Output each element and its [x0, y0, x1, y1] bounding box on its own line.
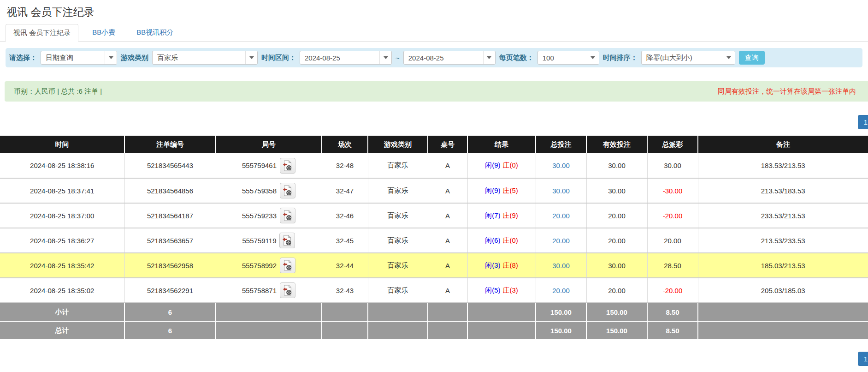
cell-round: 555759461	[216, 153, 322, 178]
cell-round: 555758992	[216, 253, 322, 278]
page-size-value: 100	[538, 51, 587, 64]
tab-betting-records[interactable]: 视讯 会员下注纪录	[6, 24, 78, 42]
grand-total-row-cell-5	[428, 321, 467, 340]
cell-session: 32-44	[322, 253, 368, 278]
film-document-icon	[283, 185, 293, 196]
cell-game-type: 百家乐	[368, 153, 428, 178]
subtotal-row-cell-8: 150.00	[586, 303, 647, 321]
result-banker: 庄(5)	[503, 186, 518, 194]
total-bet-link[interactable]: 20.00	[552, 237, 570, 245]
cell-note: 185.03/213.53	[698, 253, 868, 278]
video-replay-button[interactable]	[280, 258, 295, 273]
cell-valid-bet: 30.00	[586, 153, 647, 178]
total-bet-link[interactable]: 20.00	[552, 212, 570, 220]
subtotal-row-cell-4	[368, 303, 428, 321]
round-number: 555759119	[242, 237, 277, 245]
filter-bar: 请选择： 日期查询 游戏类别 百家乐 时间区间： 2024-08-25 ~ 20…	[6, 48, 862, 67]
table-header-row: 时间注单编号局号场次游戏类别桌号结果总投注有效投注总派彩备注	[0, 136, 868, 153]
table-body: 2024-08-25 18:38:16 521834565443 5557594…	[0, 153, 868, 303]
subtotal-row-cell-10	[698, 303, 868, 321]
video-replay-button[interactable]	[280, 208, 295, 223]
tab-bb-video-points[interactable]: BB视讯积分	[129, 24, 181, 42]
page-size-label: 每页笔数：	[499, 54, 534, 62]
total-bet-link[interactable]: 20.00	[552, 287, 570, 294]
query-type-dropdown-button[interactable]	[105, 51, 117, 64]
cell-game-type: 百家乐	[368, 203, 428, 228]
page-title: 视讯 会员下注纪录	[0, 0, 868, 18]
cell-table-number: A	[428, 253, 467, 278]
cell-game-type: 百家乐	[368, 178, 428, 203]
round-number: 555758871	[242, 287, 277, 294]
sort-order-dropdown-button[interactable]	[723, 51, 735, 64]
cell-result: 闲(6)庄(0)	[467, 228, 536, 253]
cell-table-number: A	[428, 203, 467, 228]
cell-bet-id: 521834563657	[124, 228, 216, 253]
film-document-icon	[283, 260, 293, 271]
total-bet-link[interactable]: 30.00	[552, 187, 570, 195]
game-type-dropdown-button[interactable]	[245, 51, 257, 64]
video-replay-button[interactable]	[280, 183, 295, 198]
page-size-select[interactable]: 100	[537, 51, 599, 65]
date-to-dropdown-button[interactable]	[483, 51, 495, 64]
currency-total-text: 币别：人民币 | 总共 :6 注单 |	[14, 87, 102, 96]
video-replay-button[interactable]	[279, 233, 295, 248]
cell-round: 555759233	[216, 203, 322, 228]
query-type-select[interactable]: 日期查询	[41, 51, 117, 65]
cell-total-bet: 30.00	[536, 178, 586, 203]
pagination-page-1[interactable]: 1	[858, 352, 868, 366]
cell-round: 555758871	[216, 278, 322, 303]
video-replay-button[interactable]	[280, 282, 295, 298]
column-header-7: 总投注	[536, 136, 586, 153]
sort-order-select[interactable]: 降幂(由大到小)	[641, 51, 735, 65]
column-header-10: 备注	[698, 136, 868, 153]
result-banker: 庄(0)	[503, 236, 518, 244]
time-range-label: 时间区间：	[261, 54, 296, 62]
subtotal-row-cell-2	[216, 303, 322, 321]
tab-bb-tips[interactable]: BB小费	[85, 24, 123, 42]
cell-round: 555759119	[216, 228, 322, 253]
round-number: 555759233	[242, 212, 277, 220]
cell-result: 闲(9)庄(0)	[467, 153, 536, 178]
grand-total-row-cell-7: 150.00	[536, 321, 586, 340]
summary-info-bar: 币别：人民币 | 总共 :6 注单 | 同局有效投注，统一计算在该局第一张注单内	[5, 81, 868, 102]
cell-game-type: 百家乐	[368, 228, 428, 253]
chevron-down-icon	[726, 56, 731, 59]
search-button[interactable]: 查询	[739, 51, 765, 65]
game-type-select[interactable]: 百家乐	[152, 51, 258, 65]
pagination-page-1[interactable]: 1	[858, 115, 868, 129]
round-number: 555759461	[242, 162, 277, 169]
cell-note: 213.53/183.53	[698, 178, 868, 203]
result-banker: 庄(3)	[503, 286, 518, 294]
date-range-tilde: ~	[396, 54, 400, 62]
cell-session: 32-48	[322, 153, 368, 178]
column-header-4: 游戏类别	[368, 136, 428, 153]
total-bet-link[interactable]: 30.00	[552, 262, 570, 270]
result-banker: 庄(9)	[503, 211, 518, 219]
column-header-5: 桌号	[428, 136, 467, 153]
column-header-8: 有效投注	[586, 136, 647, 153]
date-from-dropdown-button[interactable]	[379, 51, 391, 64]
cell-session: 32-45	[322, 228, 368, 253]
cell-bet-id: 521834564856	[124, 178, 216, 203]
cell-table-number: A	[428, 178, 467, 203]
subtotal-row-cell-9: 8.50	[647, 303, 698, 321]
chevron-down-icon	[487, 56, 491, 59]
cell-payout: 30.00	[647, 153, 698, 178]
cell-bet-id: 521834562291	[124, 278, 216, 303]
cell-valid-bet: 20.00	[586, 278, 647, 303]
total-bet-link[interactable]: 30.00	[552, 162, 570, 169]
result-player: 闲(5)	[485, 286, 500, 294]
cell-payout: -20.00	[647, 278, 698, 303]
grand-total-row: 总计6150.00150.008.50	[0, 321, 868, 340]
round-number: 555759358	[242, 187, 277, 195]
table-row: 2024-08-25 18:38:16 521834565443 5557594…	[0, 153, 868, 178]
cell-valid-bet: 20.00	[586, 228, 647, 253]
date-from-select[interactable]: 2024-08-25	[300, 51, 392, 65]
page-size-dropdown-button[interactable]	[587, 51, 599, 64]
game-type-label: 游戏类别	[121, 54, 148, 62]
cell-payout: 28.50	[647, 253, 698, 278]
date-to-select[interactable]: 2024-08-25	[403, 51, 496, 65]
cell-payout: -20.00	[647, 203, 698, 228]
video-replay-button[interactable]	[280, 158, 295, 174]
result-player: 闲(9)	[485, 186, 500, 194]
